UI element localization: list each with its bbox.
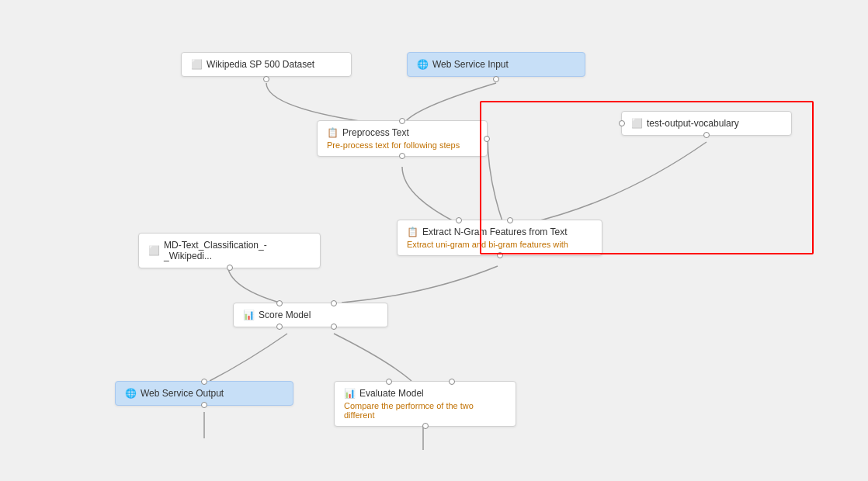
evaluate-title: Evaluate Model: [359, 388, 424, 399]
preprocess-subtitle: Pre-process text for following steps: [327, 140, 477, 150]
web-service-input-node[interactable]: 🌐 Web Service Input: [407, 52, 585, 77]
test-output-vocabulary-node[interactable]: ⬜ test-output-vocabulary: [621, 111, 792, 136]
workflow-canvas: ⬜ Wikipedia SP 500 Dataset 🌐 Web Service…: [0, 0, 868, 481]
evaluate-model-node[interactable]: 📊 Evaluate Model Compare the performce o…: [334, 381, 516, 427]
score-title: Score Model: [259, 310, 311, 320]
evaluate-icon: 📊: [344, 388, 356, 399]
preprocess-icon: 📋: [327, 127, 339, 138]
score-model-node[interactable]: 📊 Score Model: [233, 303, 388, 327]
md-icon: ⬜: [148, 245, 160, 256]
ngram-subtitle: Extract uni-gram and bi-gram features wi…: [407, 240, 592, 249]
md-title: MD-Text_Classification_-_Wikipedi...: [164, 240, 311, 261]
output-globe-icon: 🌐: [125, 388, 137, 399]
preprocess-title: Preprocess Text: [342, 127, 409, 138]
wikipedia-node[interactable]: ⬜ Wikipedia SP 500 Dataset: [181, 52, 352, 77]
web-service-output-node[interactable]: 🌐 Web Service Output: [115, 381, 293, 406]
ngram-title: Extract N-Gram Features from Text: [422, 227, 568, 237]
vocab-title: test-output-vocabulary: [647, 118, 739, 129]
wikipedia-title: Wikipedia SP 500 Dataset: [207, 59, 314, 70]
dataset-icon: ⬜: [191, 59, 203, 70]
md-text-node[interactable]: ⬜ MD-Text_Classification_-_Wikipedi...: [138, 233, 321, 268]
globe-icon: 🌐: [417, 59, 429, 70]
ngram-icon: 📋: [407, 227, 418, 237]
evaluate-subtitle: Compare the performce of the two differe…: [344, 401, 506, 420]
web-service-output-title: Web Service Output: [141, 388, 224, 399]
web-service-input-title: Web Service Input: [432, 59, 509, 70]
score-icon: 📊: [243, 310, 255, 320]
vocab-icon: ⬜: [631, 118, 643, 129]
extract-ngram-node[interactable]: 📋 Extract N-Gram Features from Text Extr…: [397, 220, 602, 256]
preprocess-text-node[interactable]: 📋 Preprocess Text Pre-process text for f…: [317, 120, 488, 157]
